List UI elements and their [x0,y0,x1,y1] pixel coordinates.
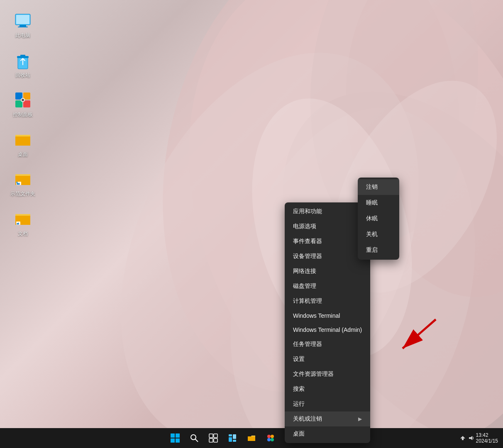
svg-rect-26 [16,182,18,183]
desktop-icon-control-panel[interactable]: 控制面板 [8,88,37,121]
desktop-icon-show-folder[interactable]: 示范文件夹 [8,167,37,200]
wallpaper-bg [0,0,503,448]
desktop-folder-icon [13,130,33,150]
volume-icon [468,435,474,441]
context-menu-item-desktop[interactable]: 桌面 [285,426,370,441]
taskbar-gallery-button[interactable] [262,430,279,446]
context-menu-item-disk-mgmt[interactable]: 磁盘管理 [285,279,370,294]
svg-rect-34 [176,438,180,443]
svg-rect-31 [171,433,175,438]
show-folder-icon [13,169,33,189]
taskbar-right: 13:422024/1/15 [459,432,498,444]
svg-rect-43 [233,434,236,439]
context-menu-item-settings[interactable]: 设置 [285,352,370,367]
svg-point-22 [22,99,24,101]
context-menu-item-terminal-admin[interactable]: Windows Terminal (Admin) [285,323,370,337]
submenu: 注销 睡眠 休眠 关机 重启 [358,178,399,260]
svg-rect-12 [18,27,28,27]
svg-rect-37 [209,434,213,438]
desktop-icon-desktop-folder-label: 桌面 [18,151,28,158]
control-panel-icon [13,90,33,110]
taskbar: G 13:422024/1/15 [0,428,503,448]
svg-rect-10 [16,15,29,24]
recycle-bin-icon [13,51,33,71]
desktop-icon-docs-folder[interactable]: 文档 [8,207,37,240]
context-menu-item-terminal[interactable]: Windows Terminal [285,309,370,323]
svg-rect-33 [171,438,175,443]
svg-rect-41 [229,434,232,436]
taskbar-start-button[interactable] [167,430,183,446]
desktop-icon-desktop-folder[interactable]: 桌面 [8,127,37,161]
taskbar-file-explorer-button[interactable] [243,430,260,446]
desktop-icons-container: 此电脑 回收站 [8,8,37,240]
svg-line-36 [195,439,198,442]
svg-rect-44 [233,440,236,442]
svg-rect-39 [209,438,213,442]
svg-rect-17 [15,93,22,100]
submenu-item-signout[interactable]: 注销 [358,179,399,195]
svg-rect-38 [214,434,217,438]
svg-point-47 [271,435,274,438]
svg-rect-19 [15,100,22,107]
this-pc-icon [13,11,33,31]
submenu-item-sleep[interactable]: 睡眠 [358,195,399,211]
submenu-item-restart[interactable]: 重启 [358,242,399,258]
svg-rect-40 [214,438,217,442]
context-menu-item-run[interactable]: 运行 [285,397,370,411]
desktop: 此电脑 回收站 [0,0,503,448]
context-menu-item-task-manager[interactable]: 任务管理器 [285,337,370,352]
submenu-item-shutdown-menu[interactable]: 关机 [358,226,399,242]
desktop-icon-docs-folder-label: 文档 [18,231,28,237]
svg-rect-20 [23,100,30,107]
svg-point-49 [271,438,274,441]
context-menu-item-computer-mgmt[interactable]: 计算机管理 [285,294,370,309]
submenu-item-hibernate[interactable]: 休眠 [358,211,399,226]
svg-rect-32 [176,433,180,438]
desktop-icon-control-panel-label: 控制面板 [13,112,33,118]
svg-rect-11 [20,25,26,27]
submenu-arrow-icon: ▶ [358,416,362,422]
taskbar-search-button[interactable] [186,430,203,446]
docs-folder-icon [13,209,33,229]
context-menu-item-file-explorer[interactable]: 文件资源管理器 [285,367,370,382]
svg-rect-15 [20,55,25,56]
context-menu-item-search[interactable]: 搜索 [285,382,370,397]
svg-rect-18 [23,93,30,100]
network-icon [459,435,466,441]
svg-marker-55 [469,436,472,440]
svg-rect-27 [15,214,22,216]
svg-rect-23 [15,135,22,136]
svg-point-46 [267,435,271,438]
desktop-icon-this-pc-label: 此电脑 [15,32,30,39]
svg-rect-24 [15,174,22,176]
desktop-icon-recycle-bin-label: 回收站 [15,72,30,79]
svg-rect-42 [229,437,232,442]
svg-point-48 [267,438,271,441]
desktop-icon-this-pc[interactable]: 此电脑 [8,8,37,41]
taskbar-task-view-button[interactable] [205,430,222,446]
context-menu-item-shutdown[interactable]: 关机或注销 ▶ [285,411,370,426]
desktop-icon-recycle-bin[interactable]: 回收站 [8,48,37,81]
desktop-icon-show-folder-label: 示范文件夹 [10,191,35,197]
taskbar-widgets-button[interactable] [224,430,241,446]
taskbar-clock[interactable]: 13:422024/1/15 [476,432,498,444]
context-menu-item-network[interactable]: 网络连接 [285,264,370,279]
